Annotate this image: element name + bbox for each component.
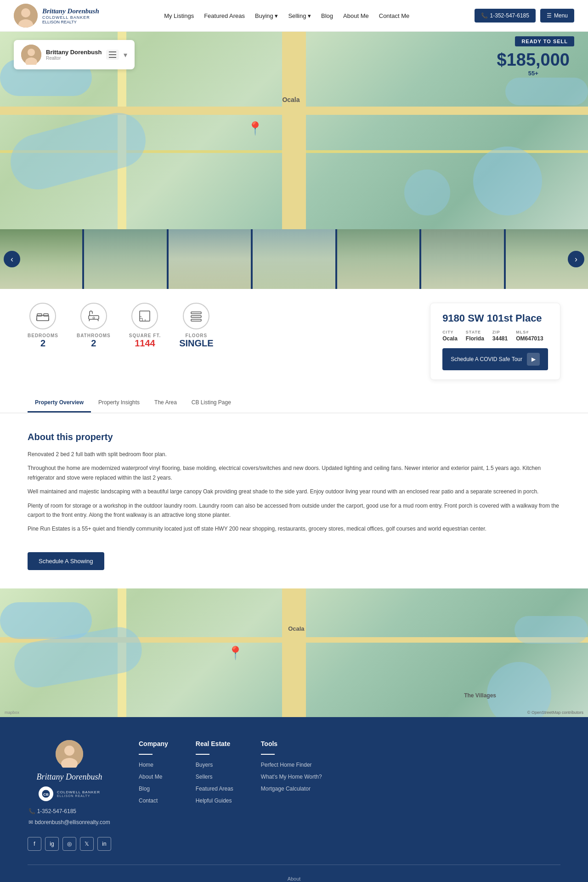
tab-property-insights[interactable]: Property Insights (91, 394, 147, 413)
agent-card-dropdown[interactable]: ▾ (124, 51, 127, 59)
about-p3: Well maintained and majestic landscaping… (28, 487, 560, 496)
phone-icon: 📞 (481, 12, 488, 19)
svg-point-17 (93, 317, 95, 319)
footer-email-row: ✉ bdorenbush@ellisonrealty.com (28, 817, 110, 828)
brand-name-logo: COLDWELL BANKER (42, 15, 99, 20)
photo-thumb-6[interactable] (421, 229, 503, 289)
svg-rect-11 (44, 314, 48, 316)
schedule-tour-button[interactable]: Schedule A COVID Safe Tour ▶ (442, 348, 548, 370)
photo-nav-left-button[interactable]: ‹ (4, 251, 20, 267)
footer-mortgage-link[interactable]: Mortgage Calculator (261, 786, 311, 792)
footer-home-worth-link[interactable]: What's My Home Worth? (261, 774, 322, 780)
tour-btn-arrow: ▶ (527, 353, 540, 366)
bathrooms-icon (80, 303, 107, 329)
social-row: f ig ◎ 𝕏 in (28, 837, 111, 851)
nav-blog[interactable]: Blog (321, 12, 333, 19)
svg-rect-7 (109, 54, 116, 55)
footer-home-finder-link[interactable]: Perfect Home Finder (261, 762, 312, 768)
footer-phone-row: 📞 1-352-547-6185 (28, 806, 110, 817)
mls-label: MLS# (516, 330, 543, 334)
nav-about-me[interactable]: About Me (343, 12, 369, 19)
photo-thumb-4[interactable] (253, 229, 335, 289)
nav-my-listings[interactable]: My Listings (164, 12, 194, 19)
social-instagram2[interactable]: ◎ (62, 837, 76, 851)
bedrooms-label: BEDROOMS (28, 333, 58, 338)
svg-rect-18 (140, 311, 150, 321)
nav-featured-areas[interactable]: Featured Areas (204, 12, 245, 19)
tab-the-area[interactable]: The Area (147, 394, 184, 413)
stats-row: BEDROOMS 2 BATHROOMS 2 (28, 303, 214, 349)
photo-strip: ‹ › (0, 229, 588, 289)
phone-button[interactable]: 📞 1-352-547-6185 (475, 9, 536, 23)
bedrooms-value: 2 (28, 338, 58, 349)
footer-brand-text: COLDWELL BANKER (57, 790, 100, 794)
zip-label: ZIP (492, 330, 508, 334)
logo-text: Brittany Dorenbush COLDWELL BANKER ELLIS… (42, 7, 99, 24)
phone-number: 1-352-547-6185 (490, 12, 529, 19)
footer-helpful-guides-link[interactable]: Helpful Guides (196, 797, 232, 804)
footer-phone-link[interactable]: 1-352-547-6185 (37, 808, 76, 814)
footer-contact: 📞 1-352-547-6185 ✉ bdorenbush@ellisonrea… (28, 806, 110, 828)
company-divider (139, 754, 153, 755)
nav-contact-me[interactable]: Contact Me (379, 12, 409, 19)
footer-featured-areas-link[interactable]: Featured Areas (196, 786, 233, 792)
social-instagram[interactable]: ig (45, 837, 59, 851)
agent-card-icon[interactable] (106, 50, 119, 60)
svg-rect-10 (37, 314, 42, 316)
footer-sellers-link[interactable]: Sellers (196, 774, 213, 780)
photo-strip-inner (0, 229, 588, 289)
svg-rect-25 (191, 319, 201, 321)
footer-home-link[interactable]: Home (139, 762, 153, 768)
footer-about-link[interactable]: About Me (139, 774, 162, 780)
stat-bedrooms: BEDROOMS 2 (28, 303, 58, 349)
realestate-heading: Real Estate (196, 740, 233, 747)
tab-property-overview[interactable]: Property Overview (28, 394, 91, 413)
footer-email-link[interactable]: bdorenbush@ellisonrealty.com (35, 819, 110, 825)
agent-avatar-header (14, 4, 38, 28)
sqft-icon (131, 303, 158, 329)
stat-sqft: SQUARE FT. 1144 (129, 303, 161, 349)
about-p1: Renovated 2 bed 2 full bath with split b… (28, 450, 560, 459)
sqft-label: SQUARE FT. (129, 333, 161, 338)
social-twitter[interactable]: 𝕏 (80, 837, 94, 851)
schedule-showing-label: Schedule A Showing (39, 558, 93, 565)
menu-button[interactable]: ☰ Menu (540, 9, 574, 23)
state-value: Florida (466, 335, 484, 342)
footer-realestate-col: Real Estate Buyers Sellers Featured Area… (196, 740, 233, 808)
photo-nav-right-button[interactable]: › (568, 251, 584, 267)
nav-selling[interactable]: Selling ▾ (288, 12, 311, 19)
bathrooms-value: 2 (77, 338, 111, 349)
mls-value: OM647013 (516, 335, 543, 342)
agent-name-card: Brittany Dorenbush (46, 49, 102, 56)
about-p4: Plenty of room for storage or a workshop… (28, 501, 560, 520)
tabs-section: Property Overview Property Insights The … (0, 394, 588, 413)
tab-cb-listing-page[interactable]: CB Listing Page (184, 394, 238, 413)
property-details: BEDROOMS 2 BATHROOMS 2 (0, 289, 588, 394)
social-linkedin[interactable]: in (97, 837, 111, 851)
listing-price: $185,000 (497, 50, 570, 70)
tour-btn-label: Schedule A COVID Safe Tour (451, 356, 522, 362)
floors-value: SINGLE (179, 338, 213, 349)
city-value: Ocala (442, 335, 458, 342)
zip-value: 34481 (492, 335, 508, 342)
footer-contact-link[interactable]: Contact (139, 797, 158, 804)
social-facebook[interactable]: f (28, 837, 41, 851)
state-label: STATE (466, 330, 484, 334)
company-links: Home About Me Blog Contact (139, 760, 168, 804)
hamburger-icon: ☰ (547, 12, 552, 19)
lower-map: Ocala The Villages 📍 © OpenStreetMap con… (0, 588, 588, 717)
nav-buying[interactable]: Buying ▾ (255, 12, 278, 19)
svg-line-15 (89, 319, 90, 321)
about-heading: About this property (28, 432, 560, 442)
svg-text:CB: CB (43, 792, 49, 797)
phone-icon-footer: 📞 (28, 808, 35, 814)
agent-title-card: Realtor (46, 56, 102, 61)
footer-blog-link[interactable]: Blog (139, 786, 150, 792)
tools-heading: Tools (261, 740, 322, 747)
footer-buyers-link[interactable]: Buyers (196, 762, 213, 768)
schedule-showing-button[interactable]: Schedule A Showing (28, 552, 104, 570)
photo-thumb-5[interactable] (337, 229, 419, 289)
photo-thumb-2[interactable] (84, 229, 166, 289)
price-suffix: 55+ (497, 70, 570, 77)
photo-thumb-3[interactable] (169, 229, 251, 289)
